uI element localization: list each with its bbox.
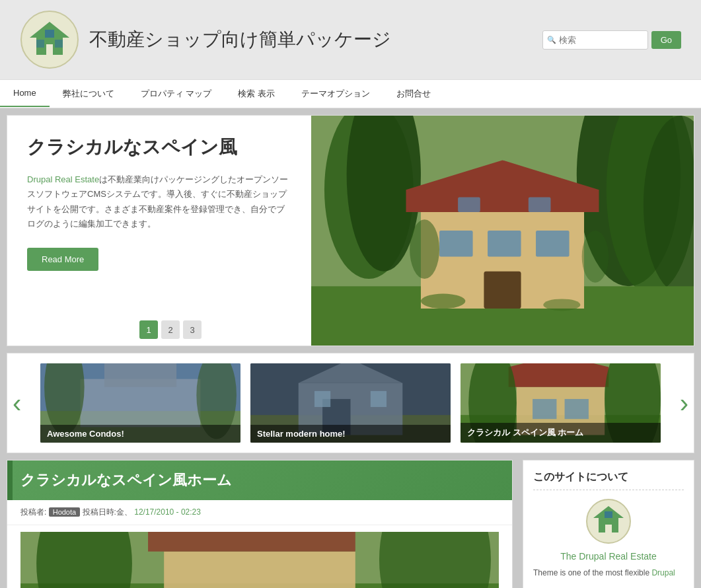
nav-link-home[interactable]: Home xyxy=(0,80,50,107)
svg-rect-53 xyxy=(605,511,612,518)
svg-rect-47 xyxy=(164,552,355,588)
nav-link-about[interactable]: 弊社について xyxy=(50,80,128,108)
carousel: ‹ Awesome Condos! xyxy=(7,353,694,453)
logo-area: 不動産ショップ向け簡単パッケージ xyxy=(20,10,391,69)
site-title: 不動産ショップ向け簡単パッケージ xyxy=(89,27,391,52)
carousel-item-1[interactable]: Awesome Condos! xyxy=(40,363,240,443)
nav-item-map[interactable]: プロパティ マップ xyxy=(128,80,225,108)
sidebar-site-name: The Drupal Real Estate xyxy=(533,551,684,562)
author-label: 投稿者: xyxy=(20,507,46,517)
nav-item-theme[interactable]: テーマオプション xyxy=(288,80,383,108)
slide-pagination: 1 2 3 xyxy=(139,320,202,339)
svg-marker-40 xyxy=(509,363,609,387)
svg-rect-3 xyxy=(36,40,44,48)
svg-rect-19 xyxy=(529,198,551,212)
hero-section: クラシカルなスペイン風 Drupal Real Estateは不動産業向けパッケ… xyxy=(7,115,694,346)
svg-rect-2 xyxy=(45,30,54,38)
svg-marker-48 xyxy=(148,532,355,552)
search-input[interactable] xyxy=(542,30,648,50)
sidebar-title: このサイトについて xyxy=(533,470,684,490)
svg-point-23 xyxy=(543,299,580,311)
date-prefix: 投稿日時:金、 xyxy=(83,507,132,517)
post-image-area xyxy=(7,525,512,588)
hero-text: クラシカルなスペイン風 Drupal Real Estateは不動産業向けパッケ… xyxy=(7,116,311,346)
nav-link-theme[interactable]: テーマオプション xyxy=(288,80,383,108)
carousel-right-arrow[interactable]: › xyxy=(680,390,688,416)
post-meta: 投稿者: Hodota 投稿日時:金、 12/17/2010 - 02:23 xyxy=(7,500,512,525)
nav-link-contact[interactable]: お問合せ xyxy=(383,80,444,108)
svg-rect-14 xyxy=(439,231,473,256)
logo-icon xyxy=(20,10,79,69)
post-title-banner: クラシカルなスペイン風ホーム xyxy=(7,460,512,500)
svg-rect-36 xyxy=(371,391,387,407)
carousel-label-1: Awesome Condos! xyxy=(40,425,240,443)
svg-rect-18 xyxy=(458,198,480,212)
svg-rect-35 xyxy=(314,391,330,407)
post-main-title: クラシカルなスペイン風ホーム xyxy=(20,470,499,490)
bottom-section: クラシカルなスペイン風ホーム 投稿者: Hodota 投稿日時:金、 12/17… xyxy=(7,460,694,588)
sidebar-drupal-link[interactable]: Drupal xyxy=(651,568,675,577)
post-date: 12/17/2010 - 02:23 xyxy=(134,507,201,517)
hero-image-placeholder xyxy=(311,116,694,346)
svg-point-22 xyxy=(421,294,465,309)
post-image-placeholder xyxy=(20,532,499,588)
carousel-item-2[interactable]: Stellar modern home! xyxy=(250,363,451,443)
carousel-label-2: Stellar modern home! xyxy=(250,425,451,443)
nav-link-map[interactable]: プロパティ マップ xyxy=(128,80,225,108)
svg-point-20 xyxy=(410,219,439,279)
slide-dot-1[interactable]: 1 xyxy=(139,320,158,339)
svg-rect-27 xyxy=(104,363,176,387)
nav-item-search[interactable]: 検索 表示 xyxy=(225,80,288,108)
nav-item-contact[interactable]: お問合せ xyxy=(383,80,444,108)
svg-rect-16 xyxy=(536,231,570,256)
carousel-items: Awesome Condos! Stellar modern home! xyxy=(40,363,661,443)
hero-title: クラシカルなスペイン風 xyxy=(27,135,291,159)
read-more-button[interactable]: Read More xyxy=(27,248,98,271)
hero-image xyxy=(311,116,694,346)
hero-description: Drupal Real Estateは不動産業向けパッケージングしたオープンソー… xyxy=(27,172,291,231)
slide-dot-2[interactable]: 2 xyxy=(161,320,180,339)
search-area: Go xyxy=(542,30,681,50)
sidebar-logo-icon xyxy=(585,498,632,544)
svg-rect-15 xyxy=(488,231,521,256)
svg-rect-43 xyxy=(533,399,556,419)
go-button[interactable]: Go xyxy=(651,31,681,49)
slide-dot-3[interactable]: 3 xyxy=(183,320,202,339)
nav-link-search[interactable]: 検索 表示 xyxy=(225,80,288,108)
svg-rect-44 xyxy=(565,399,589,419)
author-name: Hodota xyxy=(49,507,80,517)
sidebar-description: Theme is one of the most flexible Drupal xyxy=(533,567,684,579)
svg-point-21 xyxy=(582,231,609,283)
nav-item-home[interactable]: Home xyxy=(0,80,50,108)
carousel-left-arrow[interactable]: ‹ xyxy=(13,390,21,416)
carousel-item-3[interactable]: クラシカル スペイン風 ホーム xyxy=(461,363,661,443)
svg-point-50 xyxy=(379,532,491,588)
hero-description-link[interactable]: Drupal Real Estate xyxy=(27,174,99,184)
nav-item-about[interactable]: 弊社について xyxy=(50,80,128,108)
svg-rect-17 xyxy=(484,272,521,309)
sidebar: このサイトについて The Drupal Real Estate Theme i… xyxy=(523,460,694,588)
svg-point-49 xyxy=(36,532,132,588)
svg-rect-4 xyxy=(55,40,63,48)
main-post: クラシカルなスペイン風ホーム 投稿者: Hodota 投稿日時:金、 12/17… xyxy=(7,460,513,588)
carousel-label-3: クラシカル スペイン風 ホーム xyxy=(461,423,661,443)
main-nav: Home 弊社について プロパティ マップ 検索 表示 テーマオプション お問合… xyxy=(0,79,701,108)
